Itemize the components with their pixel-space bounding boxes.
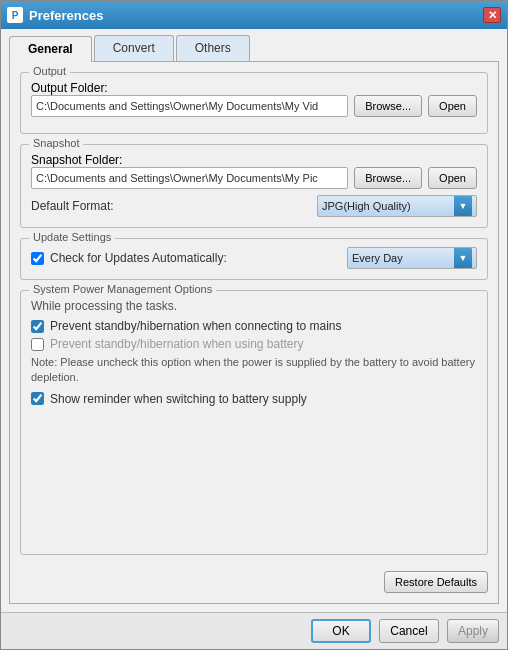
prevent-mains-row: Prevent standby/hibernation when connect… [31,319,477,333]
preferences-window: P Preferences ✕ General Convert Others O… [0,0,508,650]
update-frequency-select[interactable]: Every Day ▼ [347,247,477,269]
prevent-battery-label: Prevent standby/hibernation when using b… [50,337,304,351]
format-label: Default Format: [31,199,114,213]
bottom-bar: OK Cancel Apply [1,612,507,649]
prevent-battery-checkbox[interactable] [31,338,44,351]
snapshot-folder-row: Browse... Open [31,167,477,189]
format-row: Default Format: JPG(High Quality) ▼ [31,195,477,217]
update-group: Update Settings Check for Updates Automa… [20,238,488,280]
title-bar: P Preferences ✕ [1,1,507,29]
prevent-mains-label: Prevent standby/hibernation when connect… [50,319,342,333]
ok-button[interactable]: OK [311,619,371,643]
update-checkbox[interactable] [31,252,44,265]
prevent-battery-row: Prevent standby/hibernation when using b… [31,337,477,351]
format-select-value: JPG(High Quality) [322,200,450,212]
snapshot-group: Snapshot Snapshot Folder: Browse... Open… [20,144,488,228]
output-group: Output Output Folder: Browse... Open [20,72,488,134]
output-folder-label: Output Folder: [31,81,108,95]
apply-button[interactable]: Apply [447,619,499,643]
update-frequency-value: Every Day [352,252,450,264]
power-group-label: System Power Management Options [29,283,216,295]
snapshot-folder-group: Snapshot Folder: Browse... Open [31,153,477,189]
update-frequency-arrow: ▼ [454,248,472,268]
tab-general[interactable]: General [9,36,92,62]
update-checkbox-label: Check for Updates Automatically: [50,251,227,265]
cancel-button[interactable]: Cancel [379,619,439,643]
prevent-mains-checkbox[interactable] [31,320,44,333]
tab-others[interactable]: Others [176,35,250,61]
output-folder-group: Output Folder: Browse... Open [31,81,477,117]
show-reminder-checkbox[interactable] [31,392,44,405]
output-open-button[interactable]: Open [428,95,477,117]
snapshot-folder-input[interactable] [31,167,348,189]
power-group: System Power Management Options While pr… [20,290,488,555]
tab-convert[interactable]: Convert [94,35,174,61]
power-note: Note: Please uncheck this option when th… [31,355,477,386]
snapshot-browse-button[interactable]: Browse... [354,167,422,189]
output-folder-input[interactable] [31,95,348,117]
snapshot-open-button[interactable]: Open [428,167,477,189]
tab-content-general: Output Output Folder: Browse... Open Sna… [9,62,499,604]
restore-defaults-row: Restore Defaults [20,565,488,593]
show-reminder-label: Show reminder when switching to battery … [50,392,307,406]
format-select[interactable]: JPG(High Quality) ▼ [317,195,477,217]
update-row: Check for Updates Automatically: Every D… [31,247,477,269]
update-group-label: Update Settings [29,231,115,243]
output-folder-row: Browse... Open [31,95,477,117]
restore-defaults-button[interactable]: Restore Defaults [384,571,488,593]
content-area: General Convert Others Output Output Fol… [1,29,507,612]
power-title: While processing the tasks. [31,299,477,313]
window-title: Preferences [29,8,483,23]
snapshot-folder-label: Snapshot Folder: [31,153,122,167]
tab-bar: General Convert Others [9,35,499,62]
close-button[interactable]: ✕ [483,7,501,23]
format-dropdown-arrow: ▼ [454,196,472,216]
format-select-wrapper: JPG(High Quality) ▼ [114,195,477,217]
output-browse-button[interactable]: Browse... [354,95,422,117]
show-reminder-row: Show reminder when switching to battery … [31,392,477,406]
snapshot-group-label: Snapshot [29,137,83,149]
app-icon: P [7,7,23,23]
output-group-label: Output [29,65,70,77]
